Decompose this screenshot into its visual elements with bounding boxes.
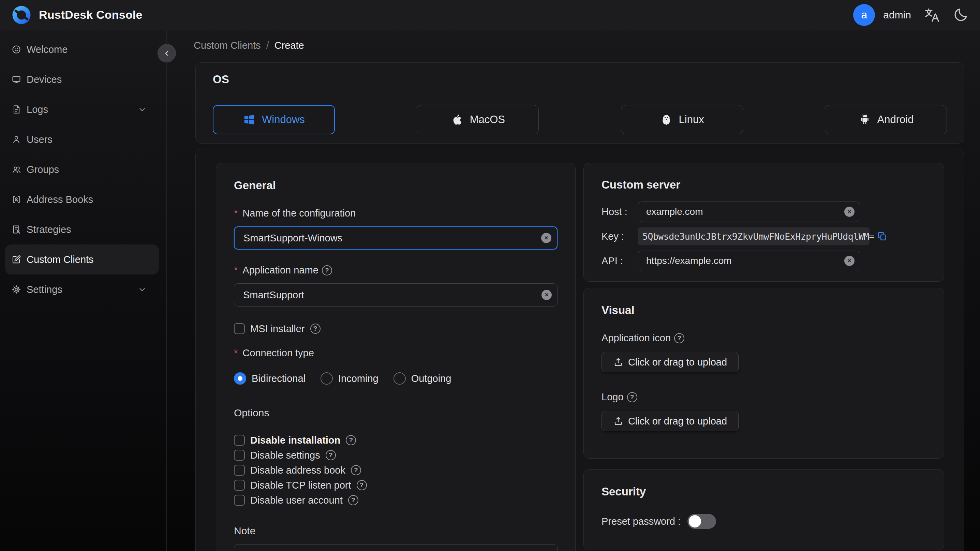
general-section: General Name of the configuration Applic…: [216, 163, 576, 551]
sidebar-item-address-books[interactable]: Address Books: [5, 185, 159, 215]
sidebar-item-users[interactable]: Users: [5, 124, 159, 154]
option-disable-settings: Disable settings: [234, 449, 557, 461]
penguin-icon: [660, 113, 673, 126]
upload-label: Click or drag to upload: [628, 416, 727, 427]
radio-bidirectional[interactable]: Bidirectional: [234, 372, 305, 385]
msi-installer-checkbox[interactable]: [234, 323, 245, 334]
disable-user-account-checkbox[interactable]: [234, 495, 245, 506]
os-title: OS: [213, 73, 947, 86]
os-option-windows[interactable]: Windows: [213, 105, 335, 134]
document-icon: [11, 105, 21, 114]
options-label: Options: [234, 407, 557, 419]
msi-installer-row: MSI installer: [234, 323, 557, 334]
radio-label: Outgoing: [411, 373, 452, 384]
os-option-linux[interactable]: Linux: [621, 105, 743, 134]
chevron-down-icon: [138, 285, 146, 294]
app-name-input[interactable]: [234, 284, 557, 306]
upload-label: Click or drag to upload: [628, 357, 727, 368]
copy-icon[interactable]: [877, 231, 887, 241]
option-label: Disable installation: [250, 435, 340, 446]
api-input[interactable]: [638, 251, 860, 271]
moon-icon[interactable]: [953, 7, 969, 23]
option-disable-installation: Disable installation: [234, 435, 557, 446]
disable-tcp-listen-port-checkbox[interactable]: [234, 480, 245, 490]
os-option-label: MacOS: [470, 113, 505, 126]
breadcrumb-parent[interactable]: Custom Clients: [194, 40, 261, 51]
note-label: Note: [234, 525, 557, 537]
required-asterisk: [234, 264, 239, 276]
radio-label: Bidirectional: [251, 373, 305, 384]
logo-label: Logo: [601, 392, 624, 403]
app-name-field-wrap: [234, 283, 557, 307]
msi-installer-label: MSI installer: [250, 323, 305, 334]
os-option-label: Linux: [679, 113, 704, 126]
help-icon[interactable]: [310, 323, 321, 334]
os-option-label: Android: [877, 113, 914, 126]
rustdesk-logo: [11, 5, 31, 25]
sidebar-item-label: Devices: [27, 74, 62, 85]
sidebar-item-settings[interactable]: Settings: [5, 274, 159, 304]
avatar-initial: a: [861, 8, 867, 21]
option-disable-tcp-listen-port: Disable TCP listen port: [234, 479, 557, 491]
os-option-macos[interactable]: MacOS: [417, 105, 539, 134]
option-disable-address-book: Disable address book: [234, 464, 557, 476]
translate-icon[interactable]: [924, 7, 940, 23]
help-icon[interactable]: [326, 450, 336, 460]
sidebar-collapse-button[interactable]: [158, 44, 176, 62]
general-title: General: [234, 179, 557, 192]
custom-server-title: Custom server: [601, 178, 926, 191]
sidebar-item-label: Groups: [27, 164, 59, 175]
connection-type-group: Bidirectional Incoming Outgoing: [234, 372, 557, 385]
option-label: Disable TCP listen port: [250, 480, 351, 491]
radio-incoming[interactable]: Incoming: [321, 372, 379, 385]
api-label: API :: [601, 255, 638, 267]
sidebar-item-welcome[interactable]: Welcome: [5, 34, 159, 64]
chevron-down-icon: [138, 105, 146, 114]
sidebar-item-logs[interactable]: Logs: [5, 94, 159, 124]
logo-upload-button[interactable]: Click or drag to upload: [601, 411, 738, 431]
radio-outgoing[interactable]: Outgoing: [393, 372, 452, 385]
help-icon[interactable]: [674, 333, 684, 343]
strategy-doc-icon: [11, 225, 21, 234]
clear-icon[interactable]: [541, 233, 551, 243]
edit-square-icon: [11, 255, 21, 264]
help-icon[interactable]: [348, 495, 358, 505]
clear-icon[interactable]: [844, 256, 854, 266]
users-icon: [11, 165, 21, 174]
radio-unselected-icon: [393, 372, 406, 385]
breadcrumb-separator: /: [266, 40, 269, 51]
host-input[interactable]: [638, 202, 860, 221]
visual-title: Visual: [601, 304, 926, 317]
apple-icon: [451, 113, 464, 126]
os-option-label: Windows: [262, 113, 305, 126]
sidebar-item-devices[interactable]: Devices: [5, 64, 159, 94]
help-icon[interactable]: [346, 435, 356, 445]
help-icon[interactable]: [627, 392, 637, 402]
user-icon: [11, 135, 21, 144]
sidebar-item-strategies[interactable]: Strategies: [5, 215, 159, 244]
help-icon[interactable]: [351, 465, 361, 475]
config-name-input[interactable]: [235, 227, 557, 249]
sidebar-item-custom-clients[interactable]: Custom Clients: [5, 244, 159, 274]
required-asterisk: [234, 347, 239, 359]
sidebar: Welcome Devices Logs Users Groups: [0, 30, 167, 551]
avatar[interactable]: a: [853, 4, 875, 26]
help-icon[interactable]: [357, 480, 367, 490]
disable-installation-checkbox[interactable]: [234, 435, 245, 446]
create-form-card: General Name of the configuration Applic…: [196, 149, 964, 551]
disable-settings-checkbox[interactable]: [234, 450, 245, 461]
app-title: RustDesk Console: [39, 8, 143, 21]
clear-icon[interactable]: [541, 290, 552, 300]
application-icon-upload-button[interactable]: Click or drag to upload: [601, 352, 738, 372]
clear-icon[interactable]: [844, 207, 854, 217]
smiley-icon: [11, 45, 21, 54]
sidebar-item-groups[interactable]: Groups: [5, 154, 159, 185]
preset-password-toggle[interactable]: [687, 514, 716, 529]
note-textarea[interactable]: [234, 544, 557, 551]
os-option-android[interactable]: Android: [825, 105, 947, 134]
sidebar-item-label: Custom Clients: [27, 254, 94, 265]
host-field-wrap: [638, 202, 860, 222]
disable-address-book-checkbox[interactable]: [234, 465, 245, 476]
help-icon[interactable]: [322, 265, 332, 276]
option-label: Disable address book: [250, 465, 345, 476]
